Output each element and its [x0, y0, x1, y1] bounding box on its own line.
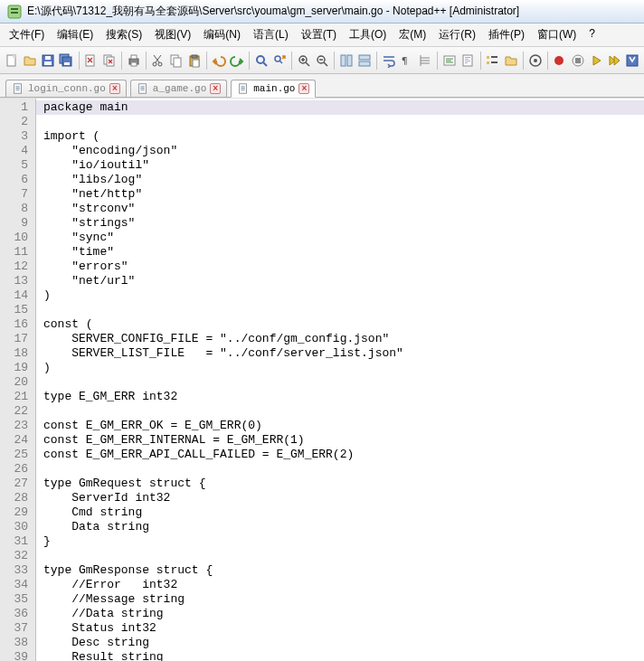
code-line: "sync" — [43, 231, 644, 245]
lang-format-button[interactable] — [441, 51, 458, 71]
svg-rect-15 — [131, 55, 137, 59]
show-all-chars-button[interactable]: ¶ — [399, 51, 415, 71]
menu-edit[interactable]: 编辑(E) — [52, 25, 99, 44]
code-line: type GmResponse struct { — [43, 563, 644, 578]
menu-tools[interactable]: 工具(O) — [344, 25, 392, 44]
code-line: const E_GM_ERR_INTERNAL = E_GM_ERR(1) — [43, 433, 644, 448]
play-button[interactable] — [588, 51, 604, 71]
open-file-button[interactable] — [22, 51, 38, 71]
redo-button[interactable] — [229, 51, 245, 71]
line-number: 18 — [4, 346, 28, 361]
file-icon — [137, 82, 149, 95]
svg-point-18 — [158, 62, 162, 66]
save-macro-button[interactable] — [624, 51, 640, 71]
zoom-in-icon — [297, 53, 311, 68]
svg-rect-23 — [193, 60, 199, 67]
menu-window[interactable]: 窗口(W) — [532, 25, 582, 44]
line-number: 6 — [4, 173, 28, 187]
folder-button[interactable] — [503, 51, 519, 71]
doc-map-button[interactable] — [459, 51, 476, 71]
find-button[interactable] — [253, 51, 270, 71]
stop-record-button[interactable] — [570, 51, 586, 71]
find-icon — [254, 53, 269, 68]
toolbar-separator — [480, 52, 481, 70]
svg-rect-29 — [347, 55, 352, 66]
line-number: 25 — [4, 448, 28, 462]
indent-guide-button[interactable] — [417, 51, 433, 71]
code-line: } — [43, 534, 644, 549]
line-number: 39 — [4, 650, 28, 661]
code-line — [43, 549, 644, 563]
menu-run[interactable]: 运行(R) — [433, 25, 481, 44]
new-file-button[interactable] — [4, 51, 20, 71]
code-line — [43, 303, 644, 317]
paste-button[interactable] — [186, 51, 203, 71]
func-list-icon — [485, 53, 499, 68]
replace-button[interactable] — [271, 51, 288, 71]
monitor-button[interactable] — [526, 51, 543, 71]
menu-view[interactable]: 视图(V) — [149, 25, 196, 44]
play-multi-button[interactable] — [606, 51, 622, 71]
svg-rect-53 — [140, 88, 144, 89]
close-button[interactable] — [82, 51, 99, 71]
line-number: 15 — [4, 303, 28, 317]
line-number: 28 — [4, 491, 28, 505]
code-line: "strconv" — [43, 202, 644, 216]
menu-search[interactable]: 搜索(S) — [100, 25, 147, 44]
menu-plugins[interactable]: 插件(P) — [483, 25, 530, 44]
copy-button[interactable] — [168, 51, 185, 71]
zoom-out-button[interactable] — [314, 51, 330, 71]
sync-h-icon — [357, 53, 372, 68]
tab-close-icon[interactable]: × — [210, 83, 221, 94]
toolbar-separator — [249, 52, 250, 70]
record-button[interactable] — [551, 51, 567, 71]
menu-settings[interactable]: 设置(T) — [296, 25, 342, 44]
menu-help[interactable]: ? — [583, 25, 601, 44]
tab-login_conn-go[interactable]: login_conn.go× — [5, 80, 127, 97]
monitor-icon — [528, 53, 543, 68]
code-line: //Error int32 — [43, 578, 644, 592]
save-button[interactable] — [40, 51, 56, 71]
code-line: //Data string — [43, 607, 644, 621]
toolbar-separator — [376, 52, 377, 70]
menu-macro[interactable]: 宏(M) — [393, 25, 431, 44]
cut-button[interactable] — [149, 51, 166, 71]
new-file-icon — [5, 53, 19, 68]
svg-rect-2 — [11, 12, 18, 14]
menu-language[interactable]: 语言(L) — [248, 25, 294, 44]
redo-icon — [230, 53, 244, 68]
menu-file[interactable]: 文件(F) — [4, 25, 50, 44]
menu-encoding[interactable]: 编码(N) — [198, 25, 246, 44]
app-icon — [7, 5, 22, 19]
close-all-button[interactable] — [101, 51, 118, 71]
tab-close-icon[interactable]: × — [298, 83, 309, 94]
svg-rect-30 — [359, 55, 370, 60]
func-list-button[interactable] — [484, 51, 500, 71]
svg-rect-22 — [192, 55, 197, 58]
undo-button[interactable] — [211, 51, 227, 71]
code-line: "time" — [43, 245, 644, 260]
tab-a_game-go[interactable]: a_game.go× — [130, 80, 227, 97]
sync-h-button[interactable] — [356, 51, 373, 71]
show-all-chars-icon: ¶ — [400, 53, 414, 68]
code-area[interactable]: package mainimport ( "encoding/json" "io… — [36, 99, 644, 661]
code-line — [43, 375, 644, 390]
print-button[interactable] — [125, 51, 141, 71]
line-number: 12 — [4, 260, 28, 274]
save-all-button[interactable] — [58, 51, 74, 71]
toolbar-separator — [334, 52, 335, 70]
wordwrap-button[interactable] — [381, 51, 397, 71]
code-line: "strings" — [43, 216, 644, 231]
line-number: 38 — [4, 636, 28, 650]
stop-record-icon — [571, 53, 585, 68]
line-number: 9 — [4, 216, 28, 231]
tab-close-icon[interactable]: × — [109, 83, 120, 94]
code-line: const ( — [43, 317, 644, 332]
svg-rect-50 — [15, 90, 19, 90]
zoom-in-button[interactable] — [296, 51, 312, 71]
code-line — [43, 115, 644, 129]
sync-v-button[interactable] — [338, 51, 355, 71]
indent-guide-icon — [418, 53, 432, 68]
tab-main-go[interactable]: main.go× — [231, 80, 316, 98]
file-icon — [12, 82, 24, 95]
